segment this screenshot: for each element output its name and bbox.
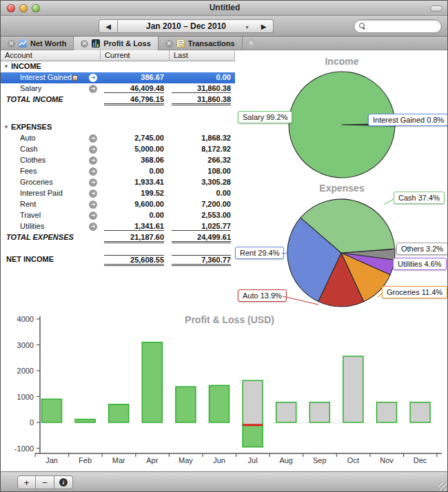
svg-text:Nov: Nov: [380, 456, 394, 464]
tab-net-worth[interactable]: ✕Net Worth: [1, 37, 74, 50]
svg-text:Mar: Mar: [112, 456, 125, 464]
table-row-groceries[interactable]: Groceries➜1,933.413,305.28: [1, 177, 235, 188]
net-income-label: NET INCOME: [6, 255, 54, 263]
ledger-icon: [176, 39, 185, 48]
line-chart-icon: [19, 39, 27, 48]
app-window: Untitled ◀ Jan 2010 – Dec 2010 ▼ ▶ ✕Net …: [0, 0, 448, 492]
bar-nov: [377, 402, 397, 422]
tab-label: Transactions: [188, 39, 235, 48]
group-name: ▼EXPENSES: [3, 123, 52, 131]
svg-text:Oct: Oct: [347, 456, 359, 464]
drilldown-arrow-button[interactable]: ➜: [89, 134, 97, 143]
pie-label-cash: Cash 37.4%: [394, 192, 445, 204]
table-row-auto[interactable]: Auto➜2,745.001,868.32: [1, 133, 235, 144]
date-navigation: ◀ Jan 2010 – Dec 2010 ▼ ▶: [99, 19, 274, 33]
group-row-income: ▼INCOME: [1, 61, 235, 72]
table-row-salary[interactable]: Salary➜46,409.4831,860.38: [1, 83, 235, 94]
bar-mar: [109, 404, 129, 422]
drilldown-arrow-button[interactable]: ➜: [89, 74, 97, 82]
current-value: 46,796.15: [104, 95, 164, 105]
drilldown-arrow-button[interactable]: ➜: [89, 178, 97, 187]
total-label: TOTAL EXPENSES: [6, 233, 74, 241]
add-account-button[interactable]: +: [17, 475, 36, 489]
bar-jul-projected: [243, 380, 263, 425]
drilldown-arrow-button[interactable]: ➜: [89, 167, 97, 176]
account-actions: + − i: [17, 475, 73, 489]
disclosure-triangle-icon[interactable]: ▼: [3, 124, 9, 130]
last-value: 2,553.00: [172, 211, 231, 219]
account-name: Clothes: [20, 156, 45, 164]
info-icon: i: [59, 478, 68, 486]
disclosure-triangle-icon[interactable]: ▼: [3, 63, 9, 70]
tab-transactions[interactable]: ✕Transactions: [159, 37, 243, 50]
table-header: AccountCurrentLast: [1, 50, 235, 61]
group-name: ▼INCOME: [3, 62, 41, 70]
table-row-cash[interactable]: Cash➜5,000.008,172.92: [1, 144, 235, 155]
table-row-rent[interactable]: Rent➜9,600.007,200.00: [1, 199, 235, 210]
date-range-dropdown[interactable]: Jan 2010 – Dec 2010 ▼: [118, 19, 254, 33]
drilldown-arrow-button[interactable]: ➜: [89, 212, 97, 220]
total-row-total-expenses: TOTAL EXPENSES21,187.6024,499.61: [1, 232, 235, 243]
table-row-travel[interactable]: Travel➜0.002,553.00: [1, 210, 235, 221]
tab-profit-loss[interactable]: ✕Profit & Loss: [74, 37, 158, 50]
income-chart-title: Income: [263, 56, 421, 67]
current-value: 0.00: [104, 167, 164, 175]
resize-grip[interactable]: [438, 482, 447, 491]
close-tab-icon[interactable]: ✕: [81, 40, 88, 48]
search-input[interactable]: [369, 22, 438, 30]
svg-text:Feb: Feb: [79, 456, 92, 464]
section-gap: [1, 243, 235, 254]
info-button[interactable]: i: [54, 475, 73, 489]
drilldown-arrow-button[interactable]: ➜: [89, 201, 97, 209]
account-name: Interest Gained: [20, 73, 78, 81]
last-value: 1,868.32: [172, 134, 231, 142]
table-row-interest-gained[interactable]: Interest Gained➜386.670.00: [1, 72, 235, 83]
account-name: Fees: [20, 167, 37, 175]
drilldown-arrow-button[interactable]: ➜: [89, 145, 97, 154]
drilldown-arrow-button[interactable]: ➜: [89, 189, 97, 198]
toolbar: ◀ Jan 2010 – Dec 2010 ▼ ▶: [1, 16, 448, 37]
svg-text:Jan: Jan: [45, 456, 58, 464]
next-period-button[interactable]: ▶: [254, 19, 274, 33]
bar-chart-icon: [92, 39, 100, 48]
close-tab-icon[interactable]: ✕: [8, 40, 15, 48]
account-name: Cash: [20, 145, 38, 153]
last-value: 8,172.92: [172, 145, 231, 153]
svg-text:4000: 4000: [17, 315, 34, 323]
svg-text:Aug: Aug: [279, 456, 293, 464]
search-field[interactable]: [354, 19, 442, 33]
account-name: Auto: [20, 134, 36, 142]
chevron-down-icon: ▼: [245, 25, 250, 30]
bar-jan: [42, 399, 62, 422]
column-header-last[interactable]: Last: [170, 50, 235, 61]
table-row-interest-paid[interactable]: Interest Paid➜199.520.00: [1, 188, 235, 199]
section-gap: [1, 105, 235, 122]
table-row-fees[interactable]: Fees➜0.00108.00: [1, 166, 235, 177]
main-content: AccountCurrentLast ▼INCOMEInterest Gaine…: [1, 50, 448, 471]
svg-text:Jun: Jun: [213, 456, 225, 464]
remove-account-button[interactable]: −: [36, 475, 54, 489]
table-row-clothes[interactable]: Clothes➜368.06266.32: [1, 155, 235, 166]
search-icon: [359, 23, 366, 30]
previous-period-button[interactable]: ◀: [99, 19, 118, 33]
svg-text:-1000: -1000: [14, 444, 34, 453]
column-header-current[interactable]: Current: [101, 50, 170, 61]
toolbar-toggle-button[interactable]: [430, 6, 442, 12]
close-tab-icon[interactable]: ✕: [165, 40, 173, 48]
drilldown-arrow-button[interactable]: ➜: [89, 223, 97, 231]
current-value: 1,341.61: [104, 222, 164, 231]
pie-label-others: Others 3.2%: [396, 243, 448, 255]
current-value: 46,409.48: [104, 84, 164, 93]
net-income-row: NET INCOME25,608.557,360.77: [1, 254, 235, 265]
column-header-account[interactable]: Account: [1, 50, 101, 61]
table-row-utilities[interactable]: Utilities➜1,341.611,025.77: [1, 221, 235, 232]
bar-aug: [276, 402, 296, 422]
current-value: 386.67: [104, 73, 164, 81]
drilldown-arrow-button[interactable]: ➜: [89, 156, 97, 165]
svg-text:May: May: [179, 456, 193, 464]
drilldown-arrow-button[interactable]: ➜: [89, 85, 97, 93]
add-tab-button[interactable]: +: [247, 39, 256, 48]
title-bar: Untitled: [1, 1, 448, 16]
account-name: Interest Paid: [20, 189, 63, 197]
current-value: 368.06: [104, 156, 164, 164]
